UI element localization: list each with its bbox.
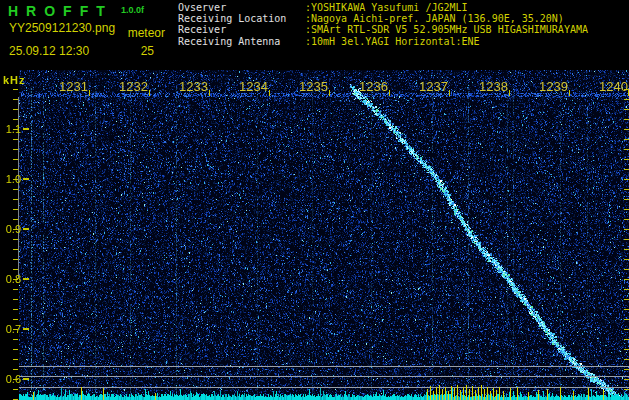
info-label: Receiver	[178, 24, 305, 35]
y-tick-label: 1.1	[0, 123, 21, 135]
app-title: HROFFT	[8, 3, 113, 19]
info-row: Receiving Location:Nagoya Aichi-pref. JA…	[178, 13, 588, 24]
x-tick-label: 1235	[294, 79, 328, 94]
info-row: Receiver:SMArt RTL-SDR V5 52.905MHz USB …	[178, 24, 588, 35]
x-tick-label: 1233	[174, 79, 208, 94]
x-tick-label: 1234	[234, 79, 268, 94]
info-value: :YOSHIKAWA Yasufumi /JG2MLI	[305, 2, 468, 13]
info-value: :SMArt RTL-SDR V5 52.905MHz USB HIGASHIM…	[305, 24, 588, 35]
meteor-count: 25	[123, 44, 154, 58]
x-tick-label: 1238	[474, 79, 508, 94]
info-label: Ovserver	[178, 2, 305, 13]
info-label: Receiving Location	[178, 13, 305, 24]
x-tick-label: 1240	[594, 79, 628, 94]
y-tick-label: 0.6	[0, 373, 21, 385]
x-tick-label: 1239	[534, 79, 568, 94]
info-value: :Nagoya Aichi-pref. JAPAN (136.90E, 35.2…	[305, 13, 564, 24]
x-tick-label: 1236	[354, 79, 388, 94]
output-filename: YY2509121230.png	[9, 21, 115, 35]
x-tick-label: 1237	[414, 79, 448, 94]
app-version: 1.0.0f	[121, 5, 144, 15]
y-tick-label: 0.8	[0, 273, 21, 285]
x-tick-label: 1232	[114, 79, 148, 94]
info-value: :10mH 3el.YAGI Horizontal:ENE	[305, 36, 480, 47]
y-tick-label: 0.9	[0, 223, 21, 235]
mode-label: meteor	[123, 26, 165, 40]
y-axis-unit-label: kHz	[3, 74, 26, 86]
y-tick-label: 1.0	[0, 173, 21, 185]
info-label: Receiving Antenna	[178, 36, 305, 47]
info-row: Ovserver:YOSHIKAWA Yasufumi /JG2MLI	[178, 2, 588, 13]
datetime-label: 25.09.12 12:30	[9, 44, 89, 58]
x-tick-label: 1231	[54, 79, 88, 94]
receiver-info-block: Ovserver:YOSHIKAWA Yasufumi /JG2MLIRecei…	[178, 2, 588, 47]
hrofft-window: HROFFT 1.0.0f YY2509121230.png meteor 25…	[0, 0, 629, 400]
y-tick-label: 0.7	[0, 323, 21, 335]
spectrogram-canvas	[0, 70, 629, 400]
info-row: Receiving Antenna:10mH 3el.YAGI Horizont…	[178, 36, 588, 47]
